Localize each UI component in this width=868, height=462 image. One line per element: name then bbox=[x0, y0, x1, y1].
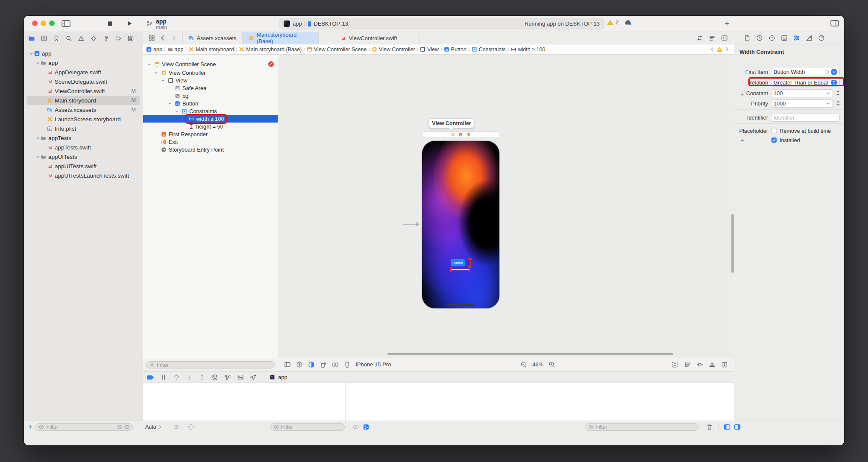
scheme-name[interactable]: app bbox=[293, 20, 302, 27]
storyboard-entry-arrow-icon[interactable] bbox=[402, 221, 421, 229]
disclosure-chevron-icon[interactable] bbox=[160, 79, 166, 82]
outline-row-width-≥-100[interactable]: width ≥ 100 bbox=[143, 115, 278, 123]
file-row-main-storyboard[interactable]: Main.storyboardM bbox=[24, 96, 143, 105]
accessibility-preview-icon[interactable] bbox=[296, 361, 303, 368]
find-navigator-icon[interactable] bbox=[65, 35, 72, 42]
device-name[interactable]: iPhone 15 Pro bbox=[356, 361, 391, 368]
outline-row-bg[interactable]: bg bbox=[143, 92, 278, 99]
constant-stepper-icon[interactable] bbox=[836, 90, 841, 96]
outline-toggle-icon[interactable] bbox=[284, 361, 291, 368]
editor-tab-assets-xcassets[interactable]: Assets.xcassets bbox=[183, 32, 243, 44]
breadcrumb-button[interactable]: BButton bbox=[444, 47, 466, 53]
first-item-dropdown[interactable]: Button.Width bbox=[771, 68, 840, 76]
simulate-location-icon[interactable] bbox=[250, 374, 257, 381]
issues-navigator-icon[interactable] bbox=[78, 35, 85, 42]
outline-filter-field[interactable] bbox=[146, 361, 275, 368]
add-editor-icon[interactable] bbox=[721, 35, 728, 41]
file-row-appdelegate-swift[interactable]: AppDelegate.swift bbox=[24, 67, 143, 77]
outline-row-height-=-50[interactable]: height = 50 bbox=[143, 123, 278, 130]
align-icon[interactable] bbox=[684, 361, 691, 368]
breadcrumb-app[interactable]: app bbox=[167, 47, 184, 53]
file-row-appuitests-swift[interactable]: appUITests.swift bbox=[24, 161, 143, 171]
outline-row-safe-area[interactable]: Safe Area bbox=[143, 84, 278, 92]
file-row-apptests[interactable]: appTests bbox=[24, 133, 143, 143]
editor-options-icon[interactable] bbox=[709, 35, 716, 41]
disclosure-chevron-icon[interactable] bbox=[35, 155, 41, 159]
outline-row-view[interactable]: View bbox=[143, 76, 278, 84]
debug-app-name[interactable]: app bbox=[278, 374, 287, 380]
issue-warning-icon[interactable] bbox=[717, 47, 722, 52]
zoom-out-icon[interactable] bbox=[520, 361, 527, 368]
embed-icon[interactable] bbox=[721, 361, 728, 368]
warning-count[interactable]: 2 bbox=[616, 19, 619, 26]
pause-icon[interactable] bbox=[160, 374, 167, 381]
source-control-status-icon[interactable] bbox=[124, 424, 129, 430]
identifier-input[interactable] bbox=[774, 114, 837, 121]
size-inspector-icon[interactable] bbox=[806, 35, 812, 41]
placeholder-checkbox[interactable] bbox=[771, 128, 777, 134]
variables-filter-field[interactable] bbox=[270, 423, 345, 431]
update-frames-icon[interactable] bbox=[672, 361, 678, 368]
device-icon[interactable] bbox=[344, 361, 351, 368]
file-row-appuitests[interactable]: appUITests bbox=[24, 152, 143, 161]
inspector-sidebar-toggle-icon[interactable] bbox=[830, 20, 839, 26]
navigator-filter-field[interactable] bbox=[35, 423, 133, 431]
variables-eye-icon[interactable] bbox=[173, 424, 180, 430]
file-row-scenedelegate-swift[interactable]: SceneDelegate.swift bbox=[24, 77, 143, 86]
disclosure-chevron-icon[interactable] bbox=[174, 109, 179, 113]
breadcrumb-constraints[interactable]: Constraints bbox=[472, 47, 506, 53]
breadcrumb-view-controller[interactable]: View Controller bbox=[372, 47, 415, 53]
storyboard-canvas[interactable]: View Controller 1 Button iPhone 15 Pro 4… bbox=[278, 55, 734, 371]
scene-header-bar[interactable]: 1 bbox=[422, 132, 499, 138]
add-constraints-icon[interactable] bbox=[696, 361, 703, 368]
related-items-icon[interactable] bbox=[148, 35, 155, 41]
variables-filter-input[interactable] bbox=[281, 424, 341, 430]
view-controller-icon[interactable] bbox=[451, 133, 455, 137]
step-over-icon[interactable] bbox=[173, 374, 180, 381]
disclosure-chevron-icon[interactable] bbox=[147, 62, 152, 66]
priority-chevron-icon[interactable] bbox=[826, 101, 830, 105]
priority-input[interactable] bbox=[774, 100, 826, 107]
outline-row-first-responder[interactable]: 1First Responder bbox=[143, 130, 278, 138]
installed-checkbox[interactable] bbox=[771, 137, 777, 143]
project-navigator-icon[interactable] bbox=[28, 35, 35, 42]
history-inspector-icon[interactable] bbox=[756, 35, 763, 41]
zoom-level[interactable]: 46% bbox=[532, 361, 543, 368]
destination-name[interactable]: DESKTOP-13 bbox=[314, 20, 348, 27]
debug-split-divider[interactable] bbox=[345, 383, 346, 421]
warning-icon[interactable] bbox=[607, 20, 613, 25]
tests-navigator-icon[interactable] bbox=[90, 35, 97, 42]
connections-inspector-icon[interactable] bbox=[818, 35, 825, 41]
first-item-chevron-icon[interactable] bbox=[831, 69, 837, 75]
constant-chevron-icon[interactable] bbox=[826, 91, 830, 95]
constant-field[interactable] bbox=[771, 89, 833, 97]
relation-popup[interactable]: Greater Than or Equal bbox=[771, 79, 840, 87]
disclosure-chevron-icon[interactable] bbox=[153, 71, 159, 75]
show-variables-view-icon[interactable] bbox=[724, 424, 730, 430]
variables-scope-selector[interactable]: Auto bbox=[145, 424, 162, 430]
outline-row-button[interactable]: BButton bbox=[143, 99, 278, 107]
bookmarks-navigator-icon[interactable] bbox=[53, 35, 60, 42]
navigator-add-button[interactable]: + bbox=[28, 423, 32, 431]
first-responder-icon[interactable]: 1 bbox=[459, 133, 463, 137]
breadcrumb-main-storyboard-base-[interactable]: Main.storyboard (Base) bbox=[239, 47, 302, 53]
breadcrumb-view-controller-scene[interactable]: View Controller Scene bbox=[307, 47, 367, 53]
navigator-sidebar-toggle-icon[interactable] bbox=[62, 20, 70, 27]
add-button[interactable] bbox=[724, 20, 730, 26]
cloud-sync-icon[interactable] bbox=[624, 20, 632, 25]
source-control-navigator-icon[interactable] bbox=[41, 35, 47, 42]
next-issue-icon[interactable] bbox=[724, 47, 730, 52]
iphone-preview[interactable]: Button bbox=[422, 141, 499, 308]
editor-tab-main-storyboard-base-[interactable]: Main.storyboard (Base) bbox=[243, 32, 319, 44]
priority-field[interactable] bbox=[771, 99, 833, 108]
orientation-icon[interactable] bbox=[320, 361, 327, 368]
activity-status-bar[interactable]: app 〉 DESKTOP-13 Running app on DESKTOP-… bbox=[279, 18, 604, 29]
scene-error-badge-icon[interactable] bbox=[268, 61, 274, 67]
previous-issue-icon[interactable] bbox=[710, 47, 715, 52]
identity-inspector-icon[interactable] bbox=[781, 35, 788, 41]
constant-input[interactable] bbox=[774, 90, 826, 96]
first-item-clear-icon[interactable] bbox=[824, 70, 829, 74]
environment-overrides-icon[interactable] bbox=[237, 374, 244, 381]
editor-swap-icon[interactable] bbox=[696, 35, 703, 41]
zoom-window-button[interactable] bbox=[49, 20, 55, 26]
